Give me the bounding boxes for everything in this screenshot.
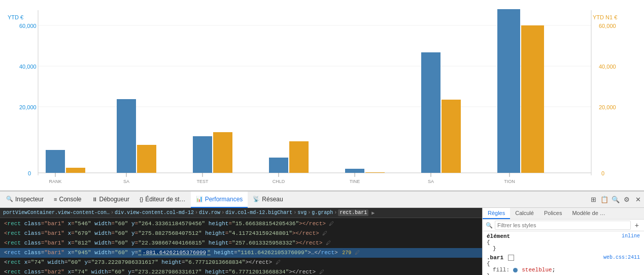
breadcrumb-sep-4: ›	[293, 210, 296, 216]
html-code-view: <rect class="bar1" x="546" width="60" y=…	[0, 218, 482, 275]
y-label-20k-left: 20,000	[19, 104, 37, 110]
styles-panel: Règles Calculé Polices Modèle de … 🔍 + é…	[482, 208, 644, 275]
breadcrumb-item-6[interactable]: g.graph	[312, 210, 333, 216]
search-icon: 🔍	[486, 222, 493, 229]
bar1-selector: .bar1	[487, 255, 503, 261]
chart-area: 60,000 40,000 20,000 0 YTD € 60,000 40,0…	[0, 0, 644, 191]
bar1-fill-prop: fill:	[493, 267, 513, 273]
tab-inspecteur[interactable]: 🔍 Inspecteur	[1, 192, 49, 208]
tab-debogueur[interactable]: ⏸ Débogueur	[87, 192, 134, 208]
styles-filter-input[interactable]	[495, 221, 631, 230]
tab-reseau-label: Réseau	[262, 196, 283, 203]
bar-rank-orange	[66, 168, 85, 173]
bar-tine-orange	[365, 172, 385, 173]
devtools-panel: 🔍 Inspecteur ≡ Console ⏸ Débogueur {} Éd…	[0, 191, 644, 275]
styles-add-rule-button[interactable]: +	[633, 221, 641, 229]
y-label-0-left: 0	[28, 170, 31, 176]
html-line-2: <rect class="bar1" x="679" width="60" y=…	[0, 229, 482, 238]
breadcrumb: portViewContainer.view-content-con… › di…	[0, 208, 482, 218]
breadcrumb-item-7[interactable]: rect.bar1	[338, 209, 368, 216]
devtools-body: portViewContainer.view-content-con… › di…	[0, 208, 644, 275]
y-label-60k-right: 60,000	[599, 23, 616, 29]
breadcrumb-sep-3: ›	[221, 210, 224, 216]
devtools-icon-grid[interactable]: ⊞	[588, 195, 598, 205]
html-line-5: <rect x="74" width="60" y="273.222879863…	[0, 258, 482, 267]
y-label-40k-left: 40,000	[19, 64, 37, 70]
breadcrumb-item-5[interactable]: svg	[297, 210, 307, 216]
styles-toolbar: 🔍 +	[483, 220, 644, 231]
tab-performances[interactable]: 📊 Performances	[191, 192, 248, 208]
bar-rank-blue	[46, 150, 65, 173]
tab-console-label: Console	[59, 196, 81, 203]
styles-subtab-modele[interactable]: Modèle de …	[567, 208, 610, 219]
bar-label-sa: SA	[123, 179, 129, 184]
bar-tion-orange	[521, 25, 544, 173]
bar1-checkbox[interactable]	[508, 255, 514, 261]
styles-subtab-regles[interactable]: Règles	[483, 208, 510, 219]
debogueur-icon: ⏸	[92, 196, 97, 202]
breadcrumb-sep-5: ›	[308, 210, 311, 216]
tab-debogueur-label: Débogueur	[99, 196, 129, 203]
bar-tion-blue	[497, 9, 520, 173]
performances-icon: 📊	[196, 196, 203, 202]
bar1-source: web.css:2411	[603, 255, 640, 260]
styles-subtabs: Règles Calculé Polices Modèle de …	[483, 208, 644, 220]
bar-label-rank: RANK	[49, 179, 61, 184]
devtools-tab-bar: 🔍 Inspecteur ≡ Console ⏸ Débogueur {} Éd…	[0, 192, 644, 208]
bar-chart: 60,000 40,000 20,000 0 YTD € 60,000 40,0…	[0, 0, 644, 191]
breadcrumb-expand-icon[interactable]: ▶	[371, 210, 375, 216]
html-line-1: <rect class="bar1" x="546" width="60" y=…	[0, 219, 482, 229]
tab-reseau[interactable]: 📡 Réseau	[248, 192, 288, 208]
breadcrumb-sep-6: ›	[334, 210, 337, 216]
bar-test-orange	[213, 132, 232, 173]
styles-search-container: 🔍 +	[486, 221, 641, 230]
tab-console[interactable]: ≡ Console	[49, 192, 86, 208]
bar-sa2-blue	[421, 52, 440, 173]
y-label-20k-right: 20,000	[599, 104, 616, 110]
element-source: inline	[622, 233, 640, 239]
bar-chld-orange	[289, 141, 309, 173]
tab-performances-label: Performances	[205, 196, 243, 203]
breadcrumb-sep-1: ›	[111, 210, 114, 216]
styles-subtab-calcule[interactable]: Calculé	[510, 208, 539, 219]
bar-sa-orange	[137, 145, 156, 173]
bar-chld-blue	[269, 158, 288, 173]
bar-tine-blue	[345, 169, 364, 173]
breadcrumb-item-4[interactable]: div.col-md-12.bigChart	[225, 210, 292, 216]
console-icon: ≡	[54, 196, 57, 202]
bar-label-test: TEST	[196, 179, 209, 184]
editeur-icon: {}	[140, 196, 143, 202]
ytd-label: YTD €	[8, 14, 23, 20]
html-line-6: <rect class="bar2" x="74" width="60" y="…	[0, 267, 482, 275]
breadcrumb-sep-2: ›	[195, 210, 198, 216]
html-line-4-highlighted: <rect class="bar1" x="945" width="60" y=…	[0, 248, 482, 258]
inspecteur-icon: 🔍	[6, 196, 13, 202]
bar-test-blue	[193, 136, 212, 173]
devtools-icon-search[interactable]: 🔍	[611, 195, 621, 205]
html-line-3: <rect class="bar1" x="812" width="60" y=…	[0, 238, 482, 248]
bar-label-tine: TINE	[350, 179, 360, 184]
devtools-icon-close[interactable]: ✕	[633, 195, 643, 205]
html-panel: portViewContainer.view-content-con… › di…	[0, 208, 482, 275]
y-label-0-right: 0	[601, 170, 604, 176]
style-rule-element: élément inline { }	[487, 233, 640, 252]
style-rule-bar1: .bar1 web.css:2411 { fill: steelblue; }	[487, 255, 640, 275]
styles-subtab-polices[interactable]: Polices	[539, 208, 567, 219]
ytd-n1-label: YTD N1 €	[593, 14, 617, 20]
tab-editeur[interactable]: {} Éditeur de st…	[134, 192, 191, 208]
breadcrumb-item-1[interactable]: portViewContainer.view-content-con…	[3, 210, 110, 216]
bar-sa-blue	[117, 99, 136, 173]
devtools-icon-settings[interactable]: ⚙	[622, 195, 632, 205]
y-label-60k-left: 60,000	[19, 23, 37, 29]
y-label-40k-right: 40,000	[599, 64, 616, 70]
breadcrumb-item-3[interactable]: div.row	[199, 210, 220, 216]
style-rules-list: élément inline { } .bar1 web.css:2411	[483, 231, 644, 275]
bar-label-sa2: SA	[428, 179, 434, 184]
devtools-icon-dock[interactable]: 📋	[599, 195, 609, 205]
tab-editeur-label: Éditeur de st…	[145, 196, 185, 203]
breadcrumb-item-2[interactable]: div.view-content.col-md-12	[115, 210, 194, 216]
bar-sa2-orange	[442, 100, 461, 173]
bar-label-tion: TION	[504, 179, 515, 184]
reseau-icon: 📡	[253, 196, 260, 202]
bar-label-chld: CHLD	[273, 179, 285, 184]
